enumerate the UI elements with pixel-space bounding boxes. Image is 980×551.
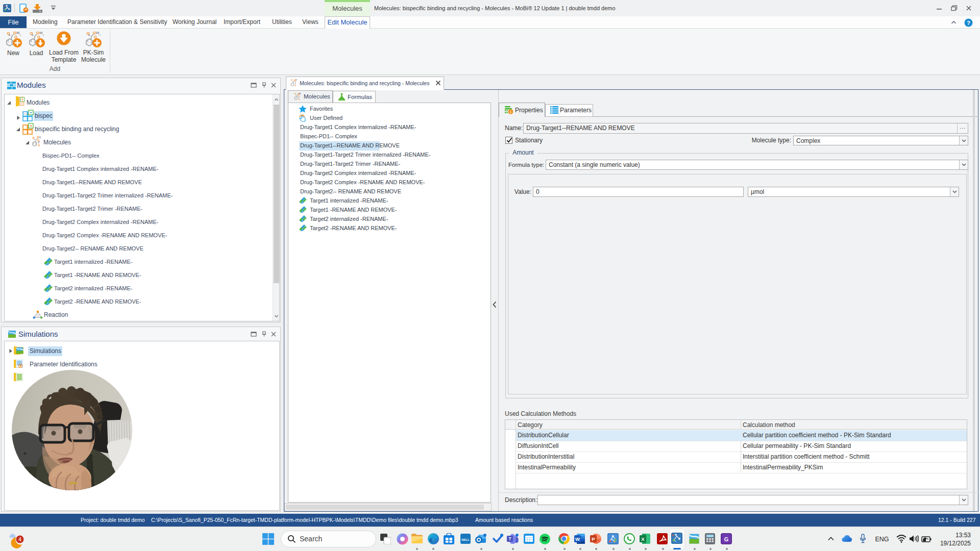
svg-text:O: O bbox=[295, 85, 297, 87]
svg-text:G: G bbox=[724, 536, 729, 542]
svg-text:X: X bbox=[641, 536, 645, 542]
svg-text:O: O bbox=[38, 144, 40, 147]
svg-text:O: O bbox=[87, 31, 90, 36]
svg-text:4: 4 bbox=[18, 536, 21, 542]
svg-text:P: P bbox=[592, 536, 595, 542]
svg-text:?: ? bbox=[967, 20, 970, 26]
svg-text:O: O bbox=[32, 136, 34, 139]
svg-text:T: T bbox=[508, 536, 511, 541]
svg-text:O: O bbox=[298, 94, 300, 96]
svg-text:W: W bbox=[575, 536, 580, 542]
svg-text:H: H bbox=[39, 136, 41, 139]
svg-text:O: O bbox=[7, 31, 10, 36]
svg-text:O: O bbox=[37, 139, 39, 142]
svg-text:O: O bbox=[299, 98, 300, 101]
svg-text:O: O bbox=[30, 31, 33, 36]
svg-text:O: O bbox=[295, 92, 296, 95]
svg-text:DELL: DELL bbox=[461, 538, 470, 541]
svg-text:O: O bbox=[295, 81, 296, 83]
svg-text:O: O bbox=[291, 79, 292, 81]
